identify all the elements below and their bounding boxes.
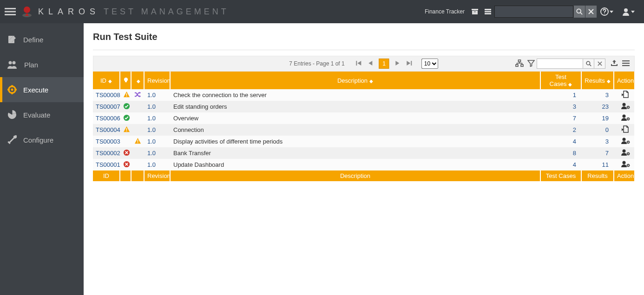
svg-point-44 — [627, 106, 629, 108]
pager-page-input[interactable] — [379, 59, 389, 69]
global-search-button[interactable] — [574, 6, 585, 18]
menu-icon[interactable] — [622, 59, 630, 68]
svg-point-58 — [623, 161, 626, 164]
divider — [93, 50, 635, 50]
cell-status-icon — [120, 101, 131, 112]
pager-first-button[interactable] — [356, 60, 362, 68]
svg-point-59 — [627, 164, 629, 166]
cell-test-cases[interactable]: 8 — [540, 147, 581, 159]
cell-results[interactable]: 7 — [581, 147, 614, 159]
list-icon[interactable] — [484, 8, 492, 15]
global-search-input[interactable] — [494, 6, 573, 18]
svg-rect-49 — [126, 131, 127, 131]
col-header-id[interactable]: ID◆ — [93, 72, 120, 89]
sidebar-item-define[interactable]: Define — [0, 27, 84, 52]
sidebar-item-evaluate[interactable]: Evaluate — [0, 102, 84, 127]
cell-results[interactable]: 19 — [581, 112, 614, 124]
cell-action[interactable] — [614, 136, 634, 147]
col-header-extra[interactable]: ◆ — [131, 72, 144, 89]
cell-action[interactable] — [614, 112, 634, 124]
table-row: TS000071.0Edit standing orders323 — [93, 101, 634, 112]
cell-id[interactable]: TS00002 — [93, 147, 120, 159]
global-search-clear-button[interactable] — [585, 6, 597, 18]
cell-id[interactable]: TS00001 — [93, 159, 120, 170]
archive-icon[interactable] — [471, 8, 479, 15]
cell-status-icon — [120, 112, 131, 124]
svg-point-20 — [13, 61, 16, 65]
svg-rect-41 — [126, 96, 127, 97]
cell-action[interactable] — [614, 124, 634, 136]
cell-results[interactable]: 11 — [581, 159, 614, 170]
col-footer-description: Description — [170, 170, 540, 181]
cell-action[interactable] — [614, 147, 634, 159]
sidebar-item-label: Evaluate — [23, 111, 50, 119]
cell-status-icon — [120, 89, 131, 101]
cell-id[interactable]: TS00008 — [93, 89, 120, 101]
cell-revision[interactable]: 1.0 — [144, 159, 170, 170]
cell-id[interactable]: TS00003 — [93, 136, 120, 147]
test-suite-table: ID◆ ◆ Revision Description◆ Test Cases◆ … — [93, 72, 635, 181]
cell-status-icon — [120, 159, 131, 170]
cell-test-cases[interactable]: 1 — [540, 89, 581, 101]
svg-line-12 — [580, 13, 582, 14]
cell-test-cases[interactable]: 3 — [540, 101, 581, 112]
cell-results[interactable]: 23 — [581, 101, 614, 112]
user-menu[interactable] — [622, 7, 636, 16]
col-footer-test-cases: Test Cases — [540, 170, 581, 181]
cell-results[interactable]: 3 — [581, 89, 614, 101]
svg-rect-5 — [472, 9, 478, 10]
filter-icon[interactable] — [527, 59, 535, 68]
sidebar-item-execute[interactable]: Execute — [0, 77, 84, 102]
pager-prev-button[interactable] — [368, 60, 374, 68]
col-header-test-cases[interactable]: Test Cases◆ — [540, 72, 581, 89]
cell-test-cases[interactable]: 4 — [540, 159, 581, 170]
sidebar: Define Plan Execute Evaluate Configure — [0, 23, 84, 295]
cell-extra-icon — [131, 124, 144, 136]
cell-revision[interactable]: 1.0 — [144, 147, 170, 159]
table-row: TS000081.0Check the connection to the se… — [93, 89, 634, 101]
hierarchy-icon[interactable] — [515, 59, 524, 68]
table-row: TS000021.0Bank Transfer87 — [93, 147, 634, 159]
svg-rect-28 — [356, 61, 357, 66]
sidebar-item-configure[interactable]: Configure — [0, 127, 84, 152]
cell-revision[interactable]: 1.0 — [144, 89, 170, 101]
col-header-description[interactable]: Description◆ — [170, 72, 540, 89]
table-search-button[interactable] — [583, 59, 594, 69]
cell-results[interactable]: 3 — [581, 136, 614, 147]
cell-action[interactable] — [614, 89, 634, 101]
cell-action[interactable] — [614, 159, 634, 170]
cell-id[interactable]: TS00004 — [93, 124, 120, 136]
svg-rect-39 — [622, 65, 630, 66]
table-search-input[interactable] — [537, 59, 583, 69]
export-icon[interactable] — [610, 59, 618, 68]
cell-id[interactable]: TS00006 — [93, 112, 120, 124]
svg-point-47 — [627, 118, 629, 120]
svg-rect-23 — [12, 92, 13, 94]
table-toolbar: 7 Entries - Page 1 of 1 10 — [93, 56, 635, 72]
pager-last-button[interactable] — [406, 60, 413, 68]
pager-next-button[interactable] — [395, 60, 401, 68]
cell-extra-icon — [131, 101, 144, 112]
cell-revision[interactable]: 1.0 — [144, 101, 170, 112]
col-header-status[interactable] — [120, 72, 131, 89]
svg-rect-30 — [519, 60, 521, 62]
cell-revision[interactable]: 1.0 — [144, 112, 170, 124]
sidebar-item-plan[interactable]: Plan — [0, 52, 84, 77]
cell-id[interactable]: TS00007 — [93, 101, 120, 112]
cell-revision[interactable]: 1.0 — [144, 136, 170, 147]
project-name-label[interactable]: Finance Tracker — [425, 8, 465, 15]
menu-toggle-button[interactable] — [5, 6, 16, 17]
col-header-revision[interactable]: Revision — [144, 72, 170, 89]
help-menu[interactable] — [600, 7, 614, 16]
cell-test-cases[interactable]: 4 — [540, 136, 581, 147]
cell-test-cases[interactable]: 2 — [540, 124, 581, 136]
col-header-results[interactable]: Results◆ — [581, 72, 614, 89]
cell-revision[interactable]: 1.0 — [144, 124, 170, 136]
page-size-select[interactable]: 10 — [422, 59, 439, 69]
cell-test-cases[interactable]: 7 — [540, 112, 581, 124]
svg-point-55 — [623, 150, 626, 153]
svg-rect-1 — [5, 11, 16, 13]
cell-results[interactable]: 0 — [581, 124, 614, 136]
table-search-clear-button[interactable] — [594, 59, 605, 69]
cell-action[interactable] — [614, 101, 634, 112]
